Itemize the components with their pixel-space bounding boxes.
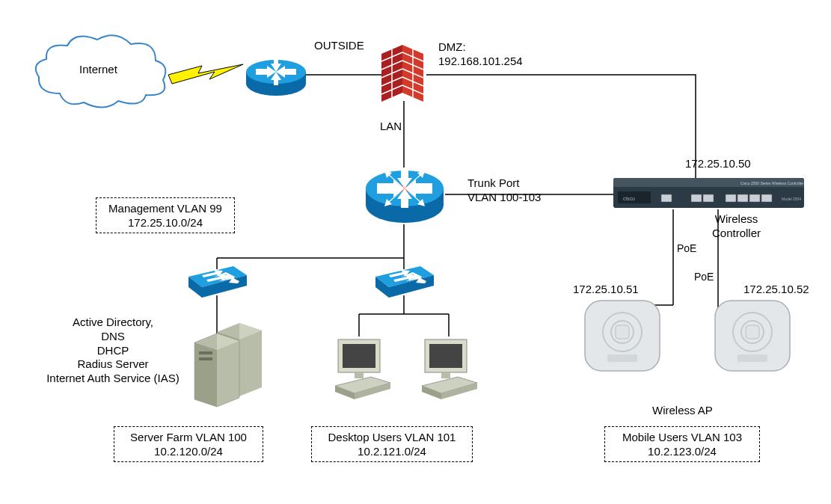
dmz-label: DMZ: (438, 40, 466, 55)
access-switch-2-icon (375, 266, 434, 299)
firewall-icon (381, 45, 426, 103)
core-switch-icon (364, 160, 446, 227)
outside-label: OUTSIDE (314, 39, 364, 53)
pc-1-icon (332, 336, 392, 401)
mgmt-vlan-line1: Management VLAN 99 (96, 201, 234, 216)
svg-rect-96 (749, 194, 760, 202)
svg-rect-108 (738, 354, 767, 362)
lan-label: LAN (380, 120, 402, 134)
svg-rect-73 (199, 357, 212, 360)
svg-rect-107 (746, 325, 759, 339)
ap1-ip: 172.25.10.51 (573, 283, 639, 297)
ap-1-icon (583, 299, 661, 374)
server-farm-line2: 10.2.120.0/24 (114, 444, 263, 459)
pc-2-icon (419, 336, 479, 401)
desktop-line2: 10.2.121.0/24 (312, 444, 472, 459)
network-diagram: Internet (0, 0, 831, 504)
svg-marker-16 (168, 64, 243, 84)
servers-icon (191, 323, 266, 405)
desktop-users-box: Desktop Users VLAN 101 10.2.121.0/24 (311, 426, 473, 462)
mgmt-vlan-box: Management VLAN 99 172.25.10.0/24 (96, 197, 235, 233)
poe-2-label: PoE (694, 271, 714, 284)
desktop-line1: Desktop Users VLAN 101 (312, 430, 472, 445)
access-switch-1-icon (188, 266, 247, 299)
svg-rect-82 (441, 372, 450, 378)
lightning-icon (168, 61, 247, 87)
server-farm-box: Server Farm VLAN 100 10.2.120.0/24 (114, 426, 263, 462)
svg-rect-103 (607, 354, 637, 362)
svg-rect-93 (703, 194, 714, 202)
wlc-ip: 172.25.10.50 (685, 157, 751, 171)
svg-rect-76 (355, 372, 364, 378)
trunk-port-label: Trunk Port (467, 176, 519, 191)
mgmt-vlan-line2: 172.25.10.0/24 (96, 215, 234, 230)
dmz-ip: 192.168.101.254 (438, 55, 523, 69)
mobile-users-box: Mobile Users VLAN 103 10.2.123.0/24 (604, 426, 760, 462)
svg-rect-75 (343, 344, 375, 368)
svg-rect-102 (616, 325, 629, 339)
svg-text:cisco: cisco (623, 196, 635, 201)
svg-rect-72 (199, 351, 212, 354)
ap-2-icon (714, 299, 791, 374)
internet-label: Internet (79, 63, 117, 77)
svg-rect-91 (661, 194, 672, 202)
svg-rect-94 (726, 194, 736, 202)
mobile-line2: 10.2.123.0/24 (605, 444, 759, 459)
trunk-vlans-label: VLAN 100-103 (467, 191, 541, 205)
ap2-ip: 172.25.10.52 (743, 283, 809, 297)
svg-text:Model 2504: Model 2504 (782, 197, 801, 201)
server-farm-line1: Server Farm VLAN 100 (114, 430, 263, 445)
wlc-icon: Cisco 2500 Series Wireless Controller ci… (613, 178, 804, 211)
svg-rect-95 (738, 194, 748, 202)
wireless-ap-label: Wireless AP (652, 404, 713, 418)
svg-rect-97 (761, 194, 772, 202)
mobile-line1: Mobile Users VLAN 103 (605, 430, 759, 445)
poe-1-label: PoE (677, 242, 696, 256)
svg-rect-81 (429, 344, 462, 368)
svg-rect-92 (691, 194, 702, 202)
services-label: Active Directory, DNS DHCP Radius Server… (42, 316, 184, 386)
wireless-controller-label: Wireless Controller (712, 212, 761, 241)
router-icon (244, 51, 308, 99)
svg-text:Cisco 2500 Series Wireless Con: Cisco 2500 Series Wireless Controller (740, 181, 804, 185)
